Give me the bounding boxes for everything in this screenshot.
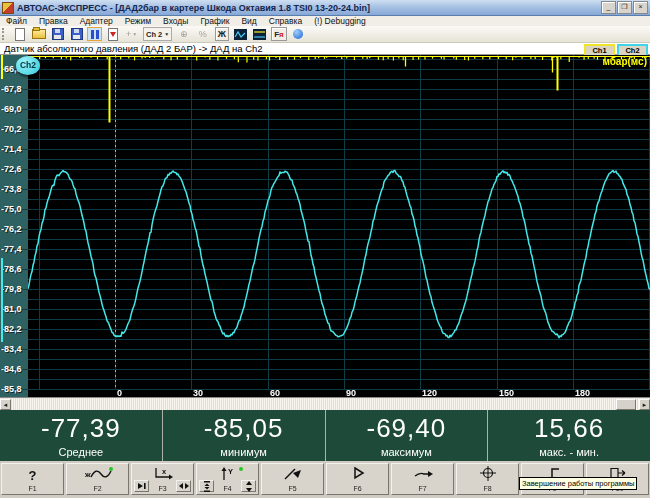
channel-2-badge: Ch2 — [16, 56, 40, 75]
measurement-label: Среднее — [0, 446, 162, 458]
measurement-value: -85,05 — [163, 413, 325, 444]
y-tick-label: -81,0 — [1, 304, 28, 314]
y-tick-label: -84,6 — [1, 364, 28, 374]
measurement-value: 15,66 — [488, 413, 650, 444]
record-marker-icon[interactable] — [104, 27, 121, 41]
y-tick-label: -73,8 — [1, 184, 28, 194]
signal-description: Датчик абсолютного давления (ДАД 2 БАР) … — [4, 43, 263, 54]
title-bar[interactable]: АВТОАС-ЭКСПРЕСС - [ДАД2бар в картере Шко… — [0, 0, 650, 16]
new-file-icon[interactable] — [11, 27, 28, 41]
pause-icon[interactable] — [87, 27, 102, 41]
start-icon — [327, 466, 388, 482]
menu-item[interactable]: Вид — [235, 16, 262, 26]
measurement-cell: -69,40максимум — [326, 410, 489, 461]
help-icon: ? — [2, 466, 63, 482]
about-icon[interactable] — [290, 27, 307, 41]
measurement-label: минимум — [163, 446, 325, 458]
measurement-label: макс. - мин. — [488, 446, 650, 458]
marker-zh-icon[interactable]: Ж — [213, 27, 230, 41]
channel-select-icon[interactable]: Ch 2▼ — [142, 27, 173, 41]
scrollbar-thumb[interactable] — [616, 399, 636, 410]
fkey-button-f3[interactable]: xF3 — [131, 463, 194, 495]
continue-icon — [392, 466, 453, 482]
save-icon[interactable] — [49, 27, 66, 41]
oscillogram-view-icon[interactable] — [232, 27, 249, 41]
tooltip: Завершение работы программы — [519, 477, 637, 490]
waveform-canvas[interactable] — [28, 55, 650, 397]
menu-item[interactable]: Адаптер — [74, 16, 119, 26]
restore-button[interactable]: ❐ — [617, 1, 632, 14]
y-tick-label: -69,0 — [1, 104, 28, 114]
y-tick-label: -79,8 — [1, 284, 28, 294]
fkey-button-f6[interactable]: F6 — [326, 463, 389, 495]
active-led-icon — [239, 467, 243, 471]
y-tick-label: -77,4 — [1, 244, 28, 254]
y-tick-label: -83,4 — [1, 344, 28, 354]
fkey-button-f5[interactable]: F5 — [261, 463, 324, 495]
y-tick-label: -72,6 — [1, 164, 28, 174]
fkey-button-f7[interactable]: F7 — [391, 463, 454, 495]
split-view-icon[interactable] — [251, 27, 268, 41]
fkey-label: F7 — [392, 485, 453, 492]
ch1-trace-edge — [1, 55, 3, 79]
cursor-cross-icon[interactable]: +▼ — [123, 27, 140, 41]
active-led-icon — [109, 467, 113, 471]
measurement-value: -77,39 — [0, 413, 162, 444]
y-axis-strip: -66,6-67,8-69,0-70,2-71,4-72,6-73,8-75,0… — [0, 55, 28, 397]
measurement-cell: -77,39Среднее — [0, 410, 163, 461]
fkey-label: F1 — [2, 485, 63, 492]
fkey-button-f4[interactable]: YF4 — [196, 463, 259, 495]
menu-item[interactable]: Справка — [263, 16, 308, 26]
menu-item[interactable]: График — [194, 16, 235, 26]
open-folder-icon[interactable] — [30, 27, 47, 41]
fkey-button-f8[interactable]: F8 — [456, 463, 519, 495]
target-icon — [457, 466, 518, 482]
window-controls: _ ❐ × — [601, 1, 648, 14]
scroll-right-arrow-icon[interactable]: ► — [639, 399, 650, 410]
svg-text:ж: ж — [84, 470, 91, 479]
menu-item[interactable]: Режим — [119, 16, 157, 26]
menu-bar: ФайлПравкаАдаптерРежимВходыГрафикВидСпра… — [0, 16, 650, 26]
ch2-trace-edge — [1, 258, 3, 342]
toolbar-grip — [2, 28, 7, 40]
fkey-button-f1[interactable]: ?F1 — [1, 463, 64, 495]
measurement-cell: 15,66макс. - мин. — [488, 410, 650, 461]
fragment-icon[interactable]: Fя — [270, 27, 288, 41]
fkey-button-f2[interactable]: жF2 — [66, 463, 129, 495]
measurements-panel: -77,39Среднее-85,05минимум-69,40максимум… — [0, 410, 650, 461]
y-tick-label: -75,0 — [1, 204, 28, 214]
measurement-cell: -85,05минимум — [163, 410, 326, 461]
fkey-label: F8 — [457, 485, 518, 492]
horizontal-scrollbar[interactable]: ◄ ► — [0, 397, 650, 410]
fkey-label: F5 — [262, 485, 323, 492]
y-tick-label: -85,8 — [1, 384, 28, 394]
y-tick-label: -82,2 — [1, 324, 28, 334]
y-tick-label: -71,4 — [1, 144, 28, 154]
app-icon — [2, 2, 14, 14]
zoom-amplitude-icon[interactable]: % — [194, 27, 211, 41]
zoom-time-icon[interactable]: ⊕ — [175, 27, 192, 41]
toolbar: +▼Ch 2▼⊕%ЖFя — [0, 26, 650, 43]
svg-text:Y: Y — [228, 467, 233, 476]
fkey-label: F4 — [197, 485, 258, 492]
y-tick-label: -70,2 — [1, 124, 28, 134]
y-tick-label: -67,8 — [1, 84, 28, 94]
menu-item[interactable]: Правка — [33, 16, 74, 26]
close-button[interactable]: × — [633, 1, 648, 14]
svg-text:x: x — [162, 467, 167, 476]
window-title: АВТОАС-ЭКСПРЕСС - [ДАД2бар в картере Шко… — [17, 3, 601, 13]
menu-item[interactable]: Входы — [157, 16, 194, 26]
save-all-icon[interactable] — [68, 27, 85, 41]
measurement-value: -69,40 — [326, 413, 488, 444]
measurement-label: максимум — [326, 446, 488, 458]
signal-shape-icon: ж — [67, 466, 128, 482]
axis-unit-label: мбар(мс) — [602, 56, 647, 67]
minimize-button[interactable]: _ — [601, 1, 616, 14]
scroll-left-arrow-icon[interactable]: ◄ — [0, 399, 11, 410]
menu-item[interactable]: (!) Debugging — [308, 16, 372, 26]
oscilloscope-chart[interactable]: -66,6-67,8-69,0-70,2-71,4-72,6-73,8-75,0… — [0, 55, 650, 397]
signal-info-bar: Датчик абсолютного давления (ДАД 2 БАР) … — [0, 43, 650, 55]
menu-item[interactable]: Файл — [0, 16, 33, 26]
y-tick-label: -78,6 — [1, 264, 28, 274]
fkey-label: F3 — [132, 485, 193, 492]
